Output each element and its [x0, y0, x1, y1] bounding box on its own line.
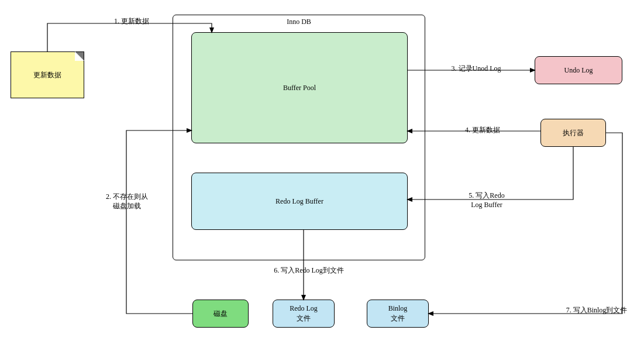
buffer-pool-box: Buffer Pool	[191, 32, 408, 143]
executor-box: 执行器	[540, 119, 606, 147]
edge-3-label: 3. 记录Unod Log	[441, 64, 511, 74]
redo-log-buffer-label: Redo Log Buffer	[275, 197, 323, 207]
edge-5-label: 5. 写入Redo Log Buffer	[457, 191, 516, 209]
edge-2-label: 2. 不存在则从 磁盘加载	[95, 192, 159, 211]
edge-6-label: 6. 写入Redo Log到文件	[262, 266, 356, 276]
disk-box: 磁盘	[192, 300, 249, 328]
binlog-file-label: Binlog 文件	[388, 304, 408, 324]
redo-log-file-label: Redo Log 文件	[290, 304, 318, 324]
edge-7-arrow	[429, 133, 622, 314]
edge-4-label: 4. 更新数据	[456, 126, 509, 135]
undo-log-box: Undo Log	[535, 56, 622, 84]
undo-log-label: Undo Log	[564, 66, 593, 75]
edge-7-label: 7. 写入Binlog到文件	[553, 306, 640, 315]
edge-1-label: 1. 更新数据	[105, 17, 158, 26]
update-data-note-label: 更新数据	[33, 70, 61, 80]
buffer-pool-label: Buffer Pool	[283, 83, 316, 93]
innodb-title: Inno DB	[173, 18, 425, 26]
disk-label: 磁盘	[213, 309, 228, 319]
executor-label: 执行器	[563, 128, 584, 138]
redo-log-buffer-box: Redo Log Buffer	[191, 173, 408, 230]
redo-log-file-box: Redo Log 文件	[273, 300, 335, 328]
update-data-note: 更新数据	[11, 51, 84, 98]
binlog-file-box: Binlog 文件	[367, 300, 429, 328]
